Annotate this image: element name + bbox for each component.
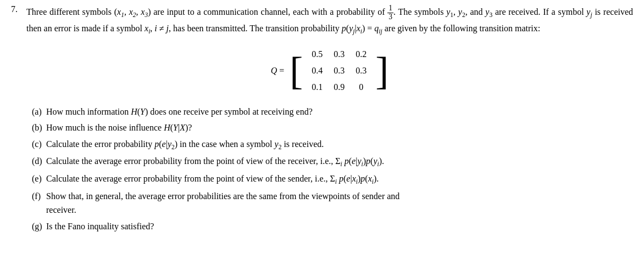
bracket-right: ] (375, 51, 388, 91)
matrix-cell-01: 0.3 (334, 49, 345, 59)
part-g: (g) Is the Fano inquality satisfied? (26, 219, 633, 234)
part-g-text: Is the Fano inquality satisfied? (46, 219, 633, 234)
matrix-cell-00: 0.5 (312, 49, 323, 59)
matrix-cell-12: 0.3 (356, 66, 367, 76)
matrix-equation: Q = [ 0.5 0.3 0.2 0.4 0.3 0.3 0.1 0.9 0 … (271, 44, 389, 97)
matrix-values: 0.5 0.3 0.2 0.4 0.3 0.3 0.1 0.9 0 (303, 44, 375, 97)
part-f: (f) Show that, in general, the average e… (26, 189, 633, 217)
part-c-label: (c) (32, 137, 46, 152)
part-d-text: Calculate the average error probability … (46, 154, 633, 169)
problem-container: 7. Three different symbols (x1, x2, x3) … (11, 4, 633, 233)
part-d-label: (d) (32, 154, 46, 169)
part-f-label: (f) (32, 189, 46, 217)
matrix-cell-10: 0.4 (312, 66, 323, 76)
problem-body: Three different symbols (x1, x2, x3) are… (26, 4, 633, 233)
part-e-label: (e) (32, 172, 46, 187)
probability-fraction: 13 (387, 4, 393, 21)
parts-list: (a) How much information H(Y) does one r… (26, 105, 633, 234)
part-e-text: Calculate the average error probability … (46, 172, 633, 187)
part-f-text: Show that, in general, the average error… (46, 189, 633, 217)
matrix-bracket-container: [ 0.5 0.3 0.2 0.4 0.3 0.3 0.1 0.9 0 ] (290, 44, 388, 97)
matrix-cell-20: 0.1 (312, 82, 323, 92)
part-c: (c) Calculate the error probability p(e|… (26, 137, 633, 152)
bracket-left: [ (290, 51, 303, 91)
part-d: (d) Calculate the average error probabil… (26, 154, 633, 169)
problem-intro-text: Three different symbols (x1, x2, x3) are… (26, 4, 633, 37)
matrix-cell-21: 0.9 (334, 82, 345, 92)
matrix-cell-22: 0 (359, 82, 363, 92)
part-b-text: How much is the noise influence H(Y|X)? (46, 121, 633, 135)
part-a-label: (a) (32, 105, 46, 119)
matrix-cell-02: 0.2 (356, 49, 367, 59)
part-a: (a) How much information H(Y) does one r… (26, 105, 633, 119)
part-c-text: Calculate the error probability p(e|y2) … (46, 137, 633, 152)
part-e: (e) Calculate the average error probabil… (26, 172, 633, 187)
matrix-section: Q = [ 0.5 0.3 0.2 0.4 0.3 0.3 0.1 0.9 0 … (26, 44, 633, 97)
vars-x: x1, x2, x3 (117, 7, 148, 16)
matrix-cell-11: 0.3 (334, 66, 345, 76)
part-b: (b) How much is the noise influence H(Y|… (26, 121, 633, 135)
part-a-text: How much information H(Y) does one recei… (46, 105, 633, 119)
problem-number: 7. (11, 4, 26, 233)
matrix-label: Q = (271, 66, 285, 76)
part-g-label: (g) (32, 219, 46, 234)
part-b-label: (b) (32, 121, 46, 135)
